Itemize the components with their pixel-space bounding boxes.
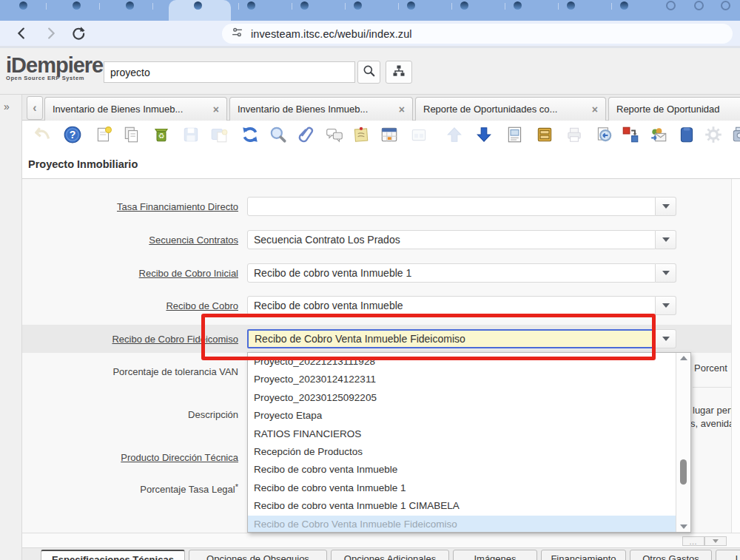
extension-icon[interactable] xyxy=(666,1,676,10)
list-item[interactable]: Proyecto_20230124122311 xyxy=(248,371,676,388)
recibo-cobro-field[interactable] xyxy=(247,296,656,315)
menu-tree-button[interactable] xyxy=(386,61,412,84)
undo-icon xyxy=(33,125,53,144)
attachment-icon[interactable] xyxy=(297,125,316,144)
print-preview-icon[interactable] xyxy=(594,125,613,144)
close-icon[interactable]: × xyxy=(399,104,405,115)
list-item-selected[interactable]: Recibo de Cobro Venta Inmueble Fideicomi… xyxy=(248,516,676,532)
list-item[interactable]: RATIOS FINANCIEROS xyxy=(248,425,676,443)
tab-imagenes[interactable]: Imágenes xyxy=(453,550,537,560)
new-record-icon[interactable] xyxy=(94,125,113,144)
chevron-down-icon xyxy=(662,303,670,308)
chat-icon[interactable] xyxy=(325,125,344,144)
favicon[interactable] xyxy=(620,1,628,10)
tab-clipped[interactable]: U xyxy=(716,550,740,560)
list-item[interactable]: Recibo de cobro venta Inmueble xyxy=(248,461,676,479)
favicon[interactable] xyxy=(126,1,134,10)
annotation-red-box xyxy=(201,314,656,360)
dropdown-button[interactable] xyxy=(656,263,676,283)
field-label[interactable]: Recibo de Cobro xyxy=(30,300,238,311)
scroll-up-icon[interactable] xyxy=(679,356,688,360)
field-label[interactable]: Tasa Financiamiento Directo xyxy=(30,201,238,212)
secuencia-contratos-field[interactable] xyxy=(247,230,656,249)
field-label: Porcentaje de tolerancia VAN xyxy=(30,366,238,377)
window-tab[interactable]: Inventario de Bienes Inmueb... × xyxy=(44,97,227,121)
extension-icon[interactable] xyxy=(694,1,704,10)
sidebar-expander[interactable]: » xyxy=(4,101,10,112)
tab-otros-gastos[interactable]: Otros Gastos xyxy=(630,550,712,560)
favicon[interactable] xyxy=(194,1,202,10)
search-button[interactable] xyxy=(357,61,380,84)
grid-toggle-icon[interactable] xyxy=(380,125,399,144)
tab-scroll-left-button[interactable]: ‹ xyxy=(27,96,43,120)
copy-record-icon[interactable] xyxy=(122,125,141,144)
tab-especificaciones-tecnicas[interactable]: Especificaciones Técnicas xyxy=(41,550,185,560)
print-icon xyxy=(565,125,584,144)
tab-separator xyxy=(152,3,153,10)
workflow-icon[interactable] xyxy=(621,125,640,144)
favicon[interactable] xyxy=(407,1,415,10)
field-label[interactable]: Recibo de Cobro Inicial xyxy=(30,268,238,279)
scrollbar-thumb[interactable] xyxy=(680,459,687,485)
archive-icon[interactable] xyxy=(535,125,554,144)
tab-financiamiento[interactable]: Financiamiento xyxy=(541,550,626,560)
favicon[interactable] xyxy=(514,1,522,10)
close-icon[interactable]: × xyxy=(592,104,598,115)
list-item[interactable]: Recibo de cobro venta Inmueble 1 CIMABEL… xyxy=(248,497,676,515)
down-arrow-icon[interactable] xyxy=(474,125,494,144)
record-toolbar: ? ♻ xyxy=(22,121,740,149)
list-item[interactable]: Proyecto_20230125092205 xyxy=(248,389,676,407)
field-label[interactable]: Secuencia Contratos xyxy=(30,235,238,246)
chevron-down-icon xyxy=(662,204,670,209)
product-info-icon[interactable] xyxy=(677,125,696,144)
list-item[interactable]: Recibo de cobro venta Inmueble 1 xyxy=(248,479,676,497)
favicon[interactable] xyxy=(73,1,81,10)
address-bar[interactable]: investeam.itsc.ec/webui/index.zul xyxy=(222,24,733,44)
tab-separator xyxy=(292,3,292,10)
extension-icon[interactable] xyxy=(721,1,730,10)
close-icon[interactable]: × xyxy=(213,104,219,115)
reload-icon[interactable] xyxy=(68,23,89,44)
popup-scrollbar[interactable] xyxy=(676,353,690,532)
refresh-icon[interactable] xyxy=(240,125,260,144)
note-icon[interactable] xyxy=(352,125,371,144)
url-text[interactable]: investeam.itsc.ec/webui/index.zul xyxy=(251,28,412,40)
favicon[interactable] xyxy=(354,1,362,10)
delete-record-icon[interactable]: ♻ xyxy=(152,125,171,144)
export-icon[interactable] xyxy=(730,125,740,144)
screen: investeam.itsc.ec/webui/index.zul iDempi… xyxy=(0,0,740,560)
dropdown-button[interactable] xyxy=(656,197,676,216)
favicon[interactable] xyxy=(567,1,575,10)
tab-opciones-obsequios[interactable]: Opciones de Obsequios xyxy=(189,550,327,560)
list-item[interactable]: Recepción de Productos xyxy=(248,443,676,461)
global-search-input[interactable] xyxy=(104,61,355,83)
window-tab[interactable]: Reporte de Oportunidad xyxy=(608,97,740,121)
window-tab[interactable]: Reporte de Oportunidades co... × xyxy=(415,97,606,121)
scroll-down-icon[interactable] xyxy=(679,524,688,529)
send-mail-icon[interactable] xyxy=(649,125,668,144)
list-item[interactable]: Proyecto Etapa xyxy=(248,407,676,425)
window-tab[interactable]: Inventario de Bienes Inmueb... × xyxy=(229,97,413,121)
favicon[interactable] xyxy=(300,1,309,10)
favicon[interactable] xyxy=(460,1,468,10)
recibo-cobro-inicial-field[interactable] xyxy=(247,263,656,283)
find-icon[interactable] xyxy=(269,125,288,144)
favicon[interactable] xyxy=(19,1,27,10)
vertical-scrollbar[interactable] xyxy=(731,179,740,533)
tab-opciones-adicionales[interactable]: Opciones Adicionales xyxy=(331,550,449,560)
tasa-financiamiento-field[interactable] xyxy=(247,197,656,216)
forward-icon[interactable] xyxy=(40,23,61,44)
collapse-panel-button[interactable] xyxy=(704,536,727,546)
dropdown-button[interactable] xyxy=(656,329,676,348)
report-icon[interactable] xyxy=(505,125,525,144)
field-label[interactable]: Producto Dirección Técnica xyxy=(30,452,238,463)
splitter-grip-icon[interactable]: … xyxy=(682,536,704,546)
svg-text:♻: ♻ xyxy=(158,132,165,140)
dropdown-button[interactable] xyxy=(656,230,676,249)
tune-icon[interactable] xyxy=(231,26,243,41)
favicon[interactable] xyxy=(247,1,255,10)
back-icon[interactable] xyxy=(12,23,33,44)
field-label: Descripción xyxy=(30,409,238,420)
dropdown-button[interactable] xyxy=(656,296,676,315)
help-icon[interactable]: ? xyxy=(63,125,82,144)
